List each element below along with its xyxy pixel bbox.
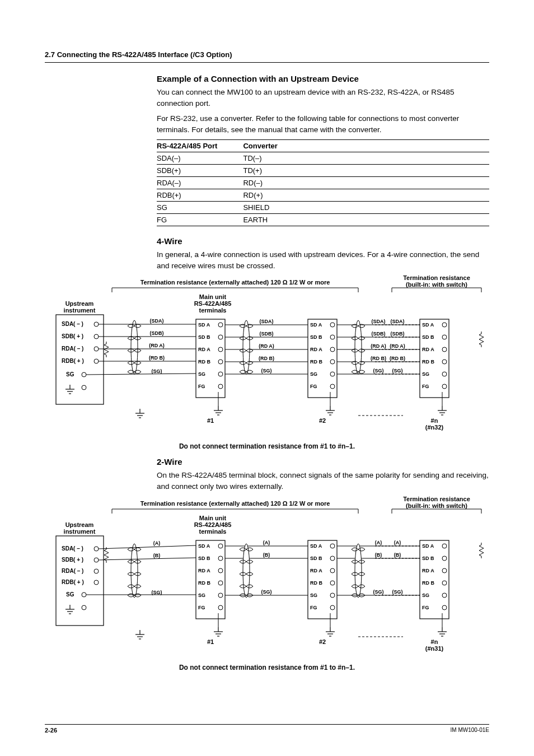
svg-text:RD A: RD A — [422, 347, 434, 352]
label-term-int: Termination resistance(built-in: with sw… — [403, 276, 470, 288]
horizontal-rule — [45, 62, 489, 63]
svg-text:(SG): (SG) — [152, 368, 162, 374]
svg-text:#2: #2 — [319, 638, 326, 645]
svg-text:SG: SG — [310, 592, 317, 598]
svg-text:Upstreaminstrument: Upstreaminstrument — [64, 521, 96, 535]
svg-text:SD A: SD A — [310, 543, 322, 549]
cell-conv: EARTH — [243, 214, 489, 226]
svg-point-29 — [218, 335, 223, 339]
svg-text:#n(#n31): #n(#n31) — [425, 638, 444, 652]
svg-text:(SDB): (SDB) — [372, 331, 386, 337]
svg-text:SG: SG — [198, 371, 205, 377]
svg-point-133 — [218, 568, 223, 573]
svg-text:FG: FG — [198, 384, 205, 389]
page-footer: 2-26 IM MW100-01E — [45, 724, 489, 734]
svg-text:(RD B): (RD B) — [259, 356, 274, 361]
svg-point-37 — [218, 384, 223, 389]
svg-point-131 — [218, 556, 223, 561]
cell-port: SG — [157, 202, 243, 214]
svg-text:RD B: RD B — [198, 359, 210, 365]
cell-conv: TD(+) — [243, 165, 489, 177]
svg-text:(SDB): (SDB) — [260, 331, 274, 337]
svg-point-58 — [330, 360, 335, 364]
example-heading: Example of a Connection with an Upstream… — [157, 74, 489, 83]
svg-text:(SDB): (SDB) — [150, 330, 164, 336]
svg-text:SD B: SD B — [422, 334, 434, 340]
svg-text:FG: FG — [310, 605, 317, 610]
cell-port: SDA(–) — [157, 152, 243, 165]
svg-point-135 — [218, 581, 223, 585]
svg-text:SDB( + ): SDB( + ) — [62, 557, 83, 563]
svg-text:SD B: SD B — [422, 556, 434, 561]
svg-text:SDB( + ): SDB( + ) — [62, 333, 83, 339]
th-converter: Converter — [243, 140, 489, 152]
svg-point-77 — [442, 323, 447, 327]
four-wire-heading: 4-Wire — [157, 236, 489, 246]
svg-text:SG: SG — [66, 591, 74, 598]
label-term-ext: Termination resistance (externally attac… — [140, 279, 330, 286]
svg-text:RDB( + ): RDB( + ) — [62, 579, 84, 585]
svg-text:(B): (B) — [394, 552, 401, 558]
svg-point-150 — [330, 544, 335, 548]
th-port: RS-422A/485 Port — [157, 140, 243, 152]
svg-text:(RD B): (RD B) — [149, 355, 165, 361]
svg-point-87 — [442, 384, 447, 389]
doc-id: IM MW100-01E — [451, 727, 489, 734]
svg-text:#2: #2 — [319, 417, 326, 424]
svg-text:RD A: RD A — [198, 347, 210, 352]
svg-text:(RD A): (RD A) — [371, 343, 386, 349]
svg-point-156 — [330, 581, 335, 585]
svg-text:#1: #1 — [207, 638, 214, 645]
svg-text:(B): (B) — [375, 552, 382, 558]
label-main-unit: Main unitRS-422A/485terminals — [194, 293, 232, 314]
svg-text:SD A: SD A — [310, 322, 322, 328]
svg-point-117 — [94, 547, 99, 551]
svg-line-192 — [99, 545, 196, 549]
cell-port: RDA(–) — [157, 177, 243, 189]
terminal-table: RS-422A/485 Port Converter SDA(–)TD(–)SD… — [157, 139, 489, 226]
svg-point-60 — [330, 372, 335, 376]
four-wire-p1: In general, a 4-wire connection is used … — [157, 249, 489, 271]
svg-text:(RD B): (RD B) — [371, 356, 386, 361]
svg-text:RD B: RD B — [422, 359, 434, 365]
svg-text:SG: SG — [422, 592, 429, 598]
svg-text:SD A: SD A — [198, 543, 210, 549]
table-row: SDB(+)TD(+) — [157, 165, 489, 177]
cell-conv: RD(+) — [243, 189, 489, 202]
svg-point-81 — [442, 347, 447, 352]
svg-text:RD A: RD A — [310, 347, 322, 352]
svg-point-158 — [330, 593, 335, 598]
svg-text:FG: FG — [422, 384, 429, 389]
svg-point-179 — [442, 593, 447, 598]
svg-text:(B): (B) — [153, 553, 161, 558]
cell-conv: RD(–) — [243, 177, 489, 189]
svg-text:FG: FG — [310, 384, 317, 389]
svg-point-54 — [330, 335, 335, 339]
svg-text:FG: FG — [422, 605, 429, 610]
svg-point-56 — [330, 347, 335, 352]
svg-text:RDA( – ): RDA( – ) — [62, 568, 83, 574]
svg-point-27 — [218, 323, 223, 327]
svg-text:SG: SG — [198, 592, 205, 598]
svg-text:SD B: SD B — [198, 334, 210, 340]
svg-point-52 — [330, 323, 335, 327]
svg-text:SD B: SD B — [198, 556, 210, 561]
svg-text:(RD B): (RD B) — [390, 356, 405, 361]
svg-point-18 — [94, 334, 99, 339]
page-number: 2-26 — [45, 727, 57, 734]
section-header: 2.7 Connecting the RS-422A/485 Interface… — [45, 50, 489, 59]
table-row: SGSHIELD — [157, 202, 489, 214]
svg-text:(A): (A) — [153, 540, 161, 546]
svg-text:(SDA): (SDA) — [150, 318, 164, 324]
svg-point-25 — [82, 385, 86, 390]
svg-text:#1: #1 — [207, 417, 214, 424]
svg-text:(SDA): (SDA) — [391, 319, 405, 324]
svg-text:SDA( – ): SDA( – ) — [62, 321, 83, 327]
table-row: SDA(–)TD(–) — [157, 152, 489, 165]
svg-text:(SDA): (SDA) — [260, 319, 274, 324]
table-row: RDA(–)RD(–) — [157, 177, 489, 189]
four-wire-diagram: Termination resistance (externally attac… — [45, 276, 489, 438]
svg-text:RD B: RD B — [198, 580, 210, 586]
svg-point-35 — [218, 372, 223, 376]
svg-text:(SG): (SG) — [261, 589, 272, 595]
